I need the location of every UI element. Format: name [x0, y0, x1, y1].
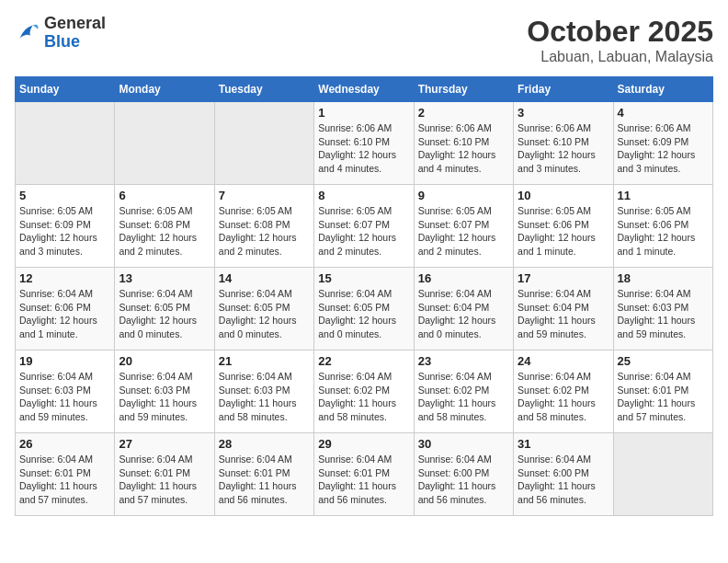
day-number: 23 [418, 354, 509, 368]
day-number: 27 [119, 437, 210, 451]
calendar-cell: 3Sunrise: 6:06 AM Sunset: 6:10 PM Daylig… [514, 102, 613, 185]
day-number: 4 [618, 106, 709, 120]
calendar-table: SundayMondayTuesdayWednesdayThursdayFrid… [15, 76, 713, 516]
calendar-cell: 25Sunrise: 6:04 AM Sunset: 6:01 PM Dayli… [613, 350, 712, 433]
day-info: Sunrise: 6:04 AM Sunset: 6:01 PM Dayligh… [119, 453, 210, 507]
day-number: 22 [318, 354, 409, 368]
day-info: Sunrise: 6:06 AM Sunset: 6:09 PM Dayligh… [618, 121, 709, 176]
calendar-cell: 6Sunrise: 6:05 AM Sunset: 6:08 PM Daylig… [115, 185, 214, 268]
calendar-header: SundayMondayTuesdayWednesdayThursdayFrid… [16, 77, 713, 102]
day-info: Sunrise: 6:04 AM Sunset: 6:01 PM Dayligh… [618, 370, 709, 424]
day-info: Sunrise: 6:04 AM Sunset: 6:04 PM Dayligh… [418, 287, 509, 341]
calendar-cell [613, 433, 712, 516]
day-of-week-header: Saturday [613, 77, 712, 102]
day-info: Sunrise: 6:04 AM Sunset: 6:02 PM Dayligh… [518, 370, 609, 424]
day-number: 13 [119, 271, 210, 285]
calendar-cell: 14Sunrise: 6:04 AM Sunset: 6:05 PM Dayli… [214, 268, 313, 350]
month-title: October 2025 [527, 15, 713, 49]
day-info: Sunrise: 6:06 AM Sunset: 6:10 PM Dayligh… [518, 121, 609, 176]
calendar-cell: 2Sunrise: 6:06 AM Sunset: 6:10 PM Daylig… [414, 102, 513, 185]
day-number: 15 [318, 271, 409, 285]
calendar-cell: 22Sunrise: 6:04 AM Sunset: 6:02 PM Dayli… [314, 350, 414, 433]
day-info: Sunrise: 6:06 AM Sunset: 6:10 PM Dayligh… [418, 121, 509, 176]
day-number: 26 [19, 437, 110, 451]
calendar-cell: 15Sunrise: 6:04 AM Sunset: 6:05 PM Dayli… [314, 268, 414, 350]
calendar-cell [115, 102, 214, 185]
calendar-cell: 29Sunrise: 6:04 AM Sunset: 6:01 PM Dayli… [314, 433, 414, 516]
day-number: 9 [418, 189, 509, 202]
day-info: Sunrise: 6:04 AM Sunset: 6:05 PM Dayligh… [219, 287, 310, 341]
calendar-week-row: 19Sunrise: 6:04 AM Sunset: 6:03 PM Dayli… [16, 350, 713, 433]
calendar-cell: 21Sunrise: 6:04 AM Sunset: 6:03 PM Dayli… [214, 350, 313, 433]
day-of-week-header: Thursday [414, 77, 513, 102]
calendar-week-row: 1Sunrise: 6:06 AM Sunset: 6:10 PM Daylig… [16, 102, 713, 185]
day-info: Sunrise: 6:05 AM Sunset: 6:06 PM Dayligh… [618, 204, 709, 259]
day-number: 24 [518, 354, 609, 368]
calendar-week-row: 26Sunrise: 6:04 AM Sunset: 6:01 PM Dayli… [16, 433, 713, 516]
day-info: Sunrise: 6:04 AM Sunset: 6:00 PM Dayligh… [518, 453, 609, 507]
day-number: 31 [518, 437, 609, 451]
day-info: Sunrise: 6:05 AM Sunset: 6:06 PM Dayligh… [518, 204, 609, 259]
calendar-cell: 17Sunrise: 6:04 AM Sunset: 6:04 PM Dayli… [514, 268, 613, 350]
calendar-cell: 18Sunrise: 6:04 AM Sunset: 6:03 PM Dayli… [613, 268, 712, 350]
calendar-cell: 5Sunrise: 6:05 AM Sunset: 6:09 PM Daylig… [16, 185, 115, 268]
calendar-cell: 13Sunrise: 6:04 AM Sunset: 6:05 PM Dayli… [115, 268, 214, 350]
day-number: 3 [518, 106, 609, 120]
calendar-cell: 16Sunrise: 6:04 AM Sunset: 6:04 PM Dayli… [414, 268, 513, 350]
day-info: Sunrise: 6:04 AM Sunset: 6:03 PM Dayligh… [219, 370, 310, 424]
calendar-cell: 8Sunrise: 6:05 AM Sunset: 6:07 PM Daylig… [314, 185, 414, 268]
day-number: 17 [518, 271, 609, 285]
calendar-week-row: 12Sunrise: 6:04 AM Sunset: 6:06 PM Dayli… [16, 268, 713, 350]
day-of-week-header: Wednesday [314, 77, 414, 102]
calendar-cell: 1Sunrise: 6:06 AM Sunset: 6:10 PM Daylig… [314, 102, 414, 185]
day-info: Sunrise: 6:04 AM Sunset: 6:04 PM Dayligh… [518, 287, 609, 341]
day-number: 7 [219, 189, 310, 202]
calendar-cell: 11Sunrise: 6:05 AM Sunset: 6:06 PM Dayli… [613, 185, 712, 268]
day-number: 2 [418, 106, 509, 120]
day-info: Sunrise: 6:05 AM Sunset: 6:07 PM Dayligh… [318, 204, 409, 259]
day-info: Sunrise: 6:04 AM Sunset: 6:05 PM Dayligh… [318, 287, 409, 341]
day-info: Sunrise: 6:04 AM Sunset: 6:06 PM Dayligh… [19, 287, 110, 341]
day-of-week-header: Friday [514, 77, 613, 102]
location: Labuan, Labuan, Malaysia [527, 49, 713, 65]
day-info: Sunrise: 6:05 AM Sunset: 6:08 PM Dayligh… [119, 204, 210, 259]
day-of-week-header: Sunday [16, 77, 115, 102]
calendar-cell: 7Sunrise: 6:05 AM Sunset: 6:08 PM Daylig… [214, 185, 313, 268]
calendar-cell: 31Sunrise: 6:04 AM Sunset: 6:00 PM Dayli… [514, 433, 613, 516]
day-number: 18 [618, 271, 709, 285]
calendar-cell: 19Sunrise: 6:04 AM Sunset: 6:03 PM Dayli… [16, 350, 115, 433]
calendar-cell: 23Sunrise: 6:04 AM Sunset: 6:02 PM Dayli… [414, 350, 513, 433]
day-info: Sunrise: 6:04 AM Sunset: 6:01 PM Dayligh… [318, 453, 409, 507]
calendar-cell: 28Sunrise: 6:04 AM Sunset: 6:01 PM Dayli… [214, 433, 313, 516]
logo-bird-icon [15, 20, 40, 46]
calendar-cell [16, 102, 115, 185]
calendar-cell: 24Sunrise: 6:04 AM Sunset: 6:02 PM Dayli… [514, 350, 613, 433]
day-number: 21 [219, 354, 310, 368]
day-number: 10 [518, 189, 609, 202]
day-info: Sunrise: 6:04 AM Sunset: 6:00 PM Dayligh… [418, 453, 509, 507]
day-info: Sunrise: 6:05 AM Sunset: 6:08 PM Dayligh… [219, 204, 310, 259]
day-info: Sunrise: 6:04 AM Sunset: 6:02 PM Dayligh… [418, 370, 509, 424]
day-number: 11 [618, 189, 709, 202]
calendar-cell: 20Sunrise: 6:04 AM Sunset: 6:03 PM Dayli… [115, 350, 214, 433]
title-section: October 2025 Labuan, Labuan, Malaysia [527, 15, 713, 65]
logo-text: General Blue [44, 15, 106, 52]
day-number: 16 [418, 271, 509, 285]
day-number: 28 [219, 437, 310, 451]
day-number: 30 [418, 437, 509, 451]
day-info: Sunrise: 6:05 AM Sunset: 6:07 PM Dayligh… [418, 204, 509, 259]
calendar-cell: 30Sunrise: 6:04 AM Sunset: 6:00 PM Dayli… [414, 433, 513, 516]
calendar-cell: 12Sunrise: 6:04 AM Sunset: 6:06 PM Dayli… [16, 268, 115, 350]
page-header: General Blue October 2025 Labuan, Labuan… [15, 15, 713, 65]
day-info: Sunrise: 6:04 AM Sunset: 6:02 PM Dayligh… [318, 370, 409, 424]
day-of-week-header: Monday [115, 77, 214, 102]
day-info: Sunrise: 6:04 AM Sunset: 6:01 PM Dayligh… [19, 453, 110, 507]
calendar-cell: 4Sunrise: 6:06 AM Sunset: 6:09 PM Daylig… [613, 102, 712, 185]
day-number: 14 [219, 271, 310, 285]
day-info: Sunrise: 6:05 AM Sunset: 6:09 PM Dayligh… [19, 204, 110, 259]
day-number: 19 [19, 354, 110, 368]
day-number: 25 [618, 354, 709, 368]
day-number: 20 [119, 354, 210, 368]
day-info: Sunrise: 6:04 AM Sunset: 6:01 PM Dayligh… [219, 453, 310, 507]
day-info: Sunrise: 6:06 AM Sunset: 6:10 PM Dayligh… [318, 121, 409, 176]
